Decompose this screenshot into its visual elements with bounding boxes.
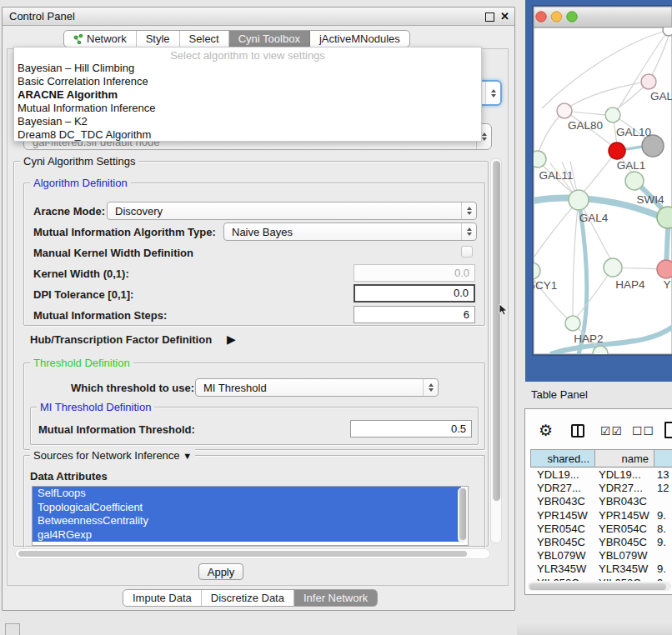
settings-scrollbar[interactable] (490, 158, 502, 543)
node-label: GAL11 (539, 169, 573, 182)
close-icon[interactable]: ✕ (500, 10, 509, 22)
gear-icon[interactable]: ⚙ (539, 421, 553, 440)
aracne-mode-value: Discovery (115, 202, 163, 219)
tab-jactivemnodules[interactable]: jActiveMNodules (310, 31, 409, 47)
node-gal10[interactable] (605, 108, 620, 122)
mi-steps-label: Mutual Information Steps: (33, 309, 167, 322)
table-body: YDL19...YDL19...13 YDR27...YDR27...12 YB… (530, 468, 672, 581)
node-label: GAL1 (617, 159, 646, 172)
which-threshold-combo[interactable]: MI Threshold (195, 378, 439, 397)
algorithm-option[interactable]: Dream8 DC_TDC Algorithm (14, 128, 481, 142)
table-row[interactable]: YER054CYER054C8. (530, 522, 672, 536)
column-header-name[interactable]: name (595, 449, 654, 468)
node-hap4[interactable] (604, 258, 622, 277)
column-header-shared[interactable]: shared... (530, 449, 595, 468)
algorithm-option[interactable]: Mutual Information Inference (14, 102, 481, 115)
node-gal1[interactable] (609, 142, 625, 159)
algorithm-option[interactable]: Bayesian – K2 (14, 115, 481, 128)
float-window-icon[interactable] (485, 12, 494, 22)
aracne-mode-combo[interactable]: Discovery (107, 202, 477, 220)
node-label: HAP2 (574, 332, 603, 345)
manual-kernel-label: Manual Kernel Width Definition (33, 247, 193, 259)
table-panel-title: Table Panel (531, 388, 588, 401)
tab-network-label: Network (87, 32, 127, 45)
tab-select[interactable]: Select (180, 31, 229, 47)
mouse-cursor (499, 303, 509, 317)
dpi-tolerance-field[interactable]: 0.0 (354, 284, 475, 302)
expand-right-icon[interactable]: ▶ (227, 332, 236, 346)
kernel-width-field[interactable]: 0.0 (354, 264, 475, 282)
node-label: GAL10 (616, 126, 651, 138)
bottom-strip (517, 621, 672, 635)
hub-section-label[interactable]: Hub/Transcription Factor Definition (30, 333, 212, 346)
collapse-down-icon[interactable]: ▼ (183, 451, 192, 461)
kernel-width-label: Kernel Width (0,1): (33, 268, 129, 280)
mac-minimize-button[interactable] (551, 12, 561, 22)
table-row[interactable]: YDR27...YDR27...12 (530, 482, 672, 495)
screenshot-root: Control Panel ✕ Network Style Select Cyn… (0, 0, 672, 635)
node-hap2[interactable] (565, 316, 580, 331)
node-label: GAL (650, 90, 672, 102)
network-view-window[interactable]: GAL GAL80 GAL10 GAL1 GAL11 SWI4 GAL4 GCY… (525, 0, 672, 382)
mac-close-button[interactable] (536, 12, 546, 22)
list-item[interactable]: TopologicalCoefficient (33, 501, 461, 515)
table-row[interactable]: YLR345WYLR345W9. (530, 562, 672, 576)
tab-discretize-data[interactable]: Discretize Data (202, 590, 294, 606)
mi-steps-field[interactable]: 6 (354, 306, 475, 323)
tab-infer-network[interactable]: Infer Network (294, 590, 377, 606)
node-salmon[interactable] (657, 260, 672, 278)
tab-impute-data[interactable]: Impute Data (123, 590, 202, 606)
manual-kernel-checkbox[interactable] (461, 246, 473, 258)
algorithm-dropdown-popup: Select algorithm to view settings Bayesi… (13, 47, 482, 142)
combo-arrows-icon (461, 202, 476, 219)
mac-zoom-button[interactable] (567, 12, 577, 22)
table-hscrollbar[interactable] (528, 582, 671, 591)
column-header-extra[interactable] (654, 449, 672, 468)
algorithm-option[interactable]: Basic Correlation Inference (14, 75, 481, 88)
mi-threshold-field[interactable]: 0.5 (350, 420, 472, 438)
node-swi4[interactable] (625, 172, 644, 190)
unchecked-columns-icon[interactable]: ☐☐ (632, 424, 654, 438)
algorithm-option-selected[interactable]: ARACNE Algorithm (14, 88, 481, 102)
list-item[interactable]: gal4RGexp (33, 528, 461, 542)
panel-grip-icon[interactable] (5, 623, 20, 635)
settings-hscrollbar[interactable] (15, 548, 490, 559)
checked-columns-icon[interactable]: ☑☑ (600, 424, 623, 438)
combo-arrows-icon (485, 82, 500, 104)
node-gal[interactable] (641, 74, 656, 89)
table-row[interactable]: YPR145WYPR145W9. (530, 509, 672, 522)
list-scrollbar[interactable] (458, 488, 467, 542)
table-row[interactable]: YDL19...YDL19...13 (530, 468, 672, 482)
settings-hscrollbar-thumb[interactable] (18, 551, 467, 557)
aracne-mode-label: Aracne Mode: (33, 205, 105, 218)
tab-cyni-toolbox[interactable]: Cyni Toolbox (229, 31, 310, 47)
node-label: SWI4 (636, 193, 664, 206)
control-panel-tabbar: Network Style Select Cyni Toolbox jActiv… (63, 30, 410, 48)
node-label: HAP4 (615, 278, 645, 291)
combo-arrows-icon (423, 379, 438, 396)
node-gal4[interactable] (569, 190, 589, 210)
table-row[interactable]: YBR045CYBR045C9. (530, 536, 672, 549)
algorithm-option[interactable]: Bayesian – Hill Climbing (14, 62, 481, 75)
table-row[interactable]: YIL052CYIL052C9 (530, 577, 672, 582)
settings-scrollbar-thumb[interactable] (493, 161, 500, 501)
apply-button[interactable]: Apply (198, 563, 243, 580)
node-biggreen[interactable] (657, 207, 672, 228)
data-attributes-list: SelfLoops TopologicalCoefficient Between… (32, 486, 469, 546)
export-table-icon[interactable] (664, 422, 672, 438)
which-threshold-label: Which threshold to use: (71, 382, 194, 394)
table-row[interactable]: YBR043CYBR043C (530, 495, 672, 508)
data-attributes-label: Data Attributes (30, 470, 108, 482)
split-columns-icon[interactable] (571, 424, 584, 438)
list-item[interactable]: SelfLoops (33, 487, 461, 501)
node-gal80[interactable] (557, 103, 572, 118)
table-row[interactable]: YBL079WYBL079W (530, 549, 672, 562)
threshold-definition-title: Threshold Definition (30, 357, 133, 369)
tab-network[interactable]: Network (64, 31, 137, 47)
control-panel-titlebar: Control Panel ✕ (3, 8, 514, 26)
list-item[interactable]: BetweennessCentrality (33, 514, 461, 528)
tab-style[interactable]: Style (137, 31, 180, 47)
sources-title: Sources for Network Inference ▼ (30, 449, 195, 462)
mi-type-combo[interactable]: Naive Bayes (223, 222, 477, 241)
table-hscrollbar-thumb[interactable] (529, 583, 666, 590)
